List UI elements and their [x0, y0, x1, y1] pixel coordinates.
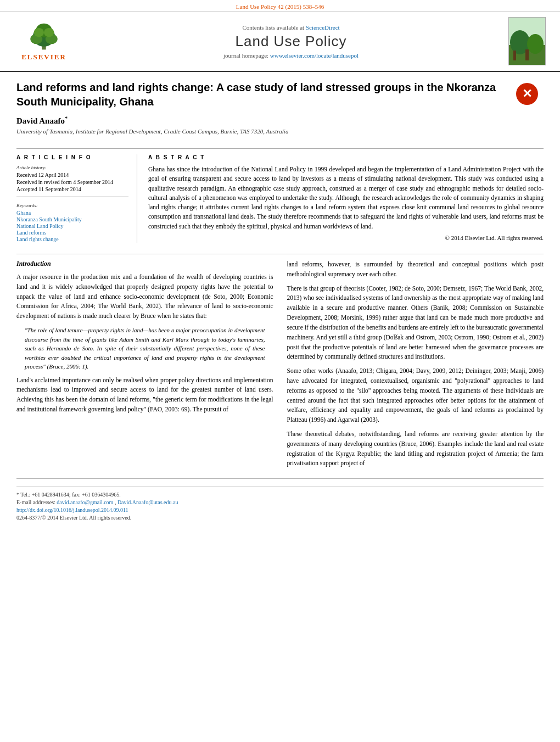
- author-affiliation: University of Tasmania, Institute for Re…: [16, 128, 508, 135]
- citation-text: Land Use Policy 42 (2015) 538–546: [236, 3, 324, 10]
- journal-header: ELSEVIER Contents lists available at Sci…: [0, 12, 560, 72]
- info-section: A R T I C L E I N F O Article history: R…: [16, 148, 544, 243]
- contents-line: Contents lists available at ScienceDirec…: [77, 24, 505, 31]
- right-para2: There is that group of theorists (Cooter…: [287, 284, 544, 362]
- keyword-nkoranza: Nkoranza South Municipality: [16, 216, 128, 222]
- elsevier-brand-text: ELSEVIER: [21, 53, 66, 62]
- journal-cover-image: Land Use Policy: [505, 17, 549, 65]
- article-title: Land reforms and land rights change: A c…: [16, 80, 508, 109]
- keywords-section: Keywords: Ghana Nkoranza South Municipal…: [16, 203, 128, 242]
- article-title-section: Land reforms and land rights change: A c…: [16, 80, 544, 143]
- keyword-national-land: National Land Policy: [16, 223, 128, 229]
- keywords-heading: Keywords:: [16, 203, 128, 208]
- article-title-text: Land reforms and land rights change: A c…: [16, 80, 508, 143]
- blockquote: "The role of land tenure—property rights…: [25, 326, 265, 371]
- intro-para1: A major resource in the production mix a…: [16, 272, 273, 321]
- right-para1: land reforms, however, is surrounded by …: [287, 260, 544, 280]
- homepage-link[interactable]: www.elsevier.com/locate/landusepol: [270, 52, 359, 59]
- abstract-section: A B S T R A C T Ghana has since the intr…: [148, 154, 544, 243]
- keyword-ghana: Ghana: [16, 210, 128, 216]
- svg-rect-12: [513, 51, 516, 60]
- received1: Received 12 April 2014: [16, 172, 128, 178]
- right-para3: Some other works (Anaafo, 2013; Chigara,…: [287, 366, 544, 425]
- journal-center-header: Contents lists available at ScienceDirec…: [77, 24, 505, 59]
- copyright: © 2014 Elsevier Ltd. All rights reserved…: [148, 235, 544, 241]
- article-info: A R T I C L E I N F O Article history: R…: [16, 154, 137, 243]
- crossmark[interactable]: ✕: [516, 83, 544, 105]
- article-info-heading: A R T I C L E I N F O: [16, 154, 128, 160]
- page-wrapper: Land Use Policy 42 (2015) 538–546 ELSEVI…: [0, 0, 560, 531]
- cover-image-svg: [509, 18, 546, 65]
- body-two-col: Introduction A major resource in the pro…: [16, 260, 544, 473]
- article-footer: * Tel.: +61 0428941634; fax: +61 0364304…: [16, 478, 544, 521]
- keyword-land-reforms: Land reforms: [16, 230, 128, 236]
- col-right: land reforms, however, is surrounded by …: [287, 260, 544, 473]
- footer-email-sep: ,: [115, 499, 116, 505]
- cover-box: Land Use Policy: [508, 17, 546, 65]
- received2: Received in revised form 4 September 201…: [16, 179, 128, 185]
- footer-issn: 0264-8377/© 2014 Elsevier Ltd. All right…: [16, 515, 544, 521]
- journal-homepage: journal homepage: www.elsevier.com/locat…: [77, 52, 505, 59]
- crossmark-icon: ✕: [516, 83, 538, 105]
- section-divider: [16, 254, 544, 254]
- contents-label: Contents lists available at: [242, 24, 304, 31]
- accepted: Accepted 11 September 2014: [16, 186, 128, 192]
- footer-email-label: E-mail addresses:: [16, 499, 55, 505]
- right-para4: These theoretical debates, notwithstandi…: [287, 429, 544, 468]
- svg-point-5: [34, 27, 44, 36]
- journal-title: Land Use Policy: [77, 33, 505, 50]
- svg-point-10: [527, 34, 544, 54]
- homepage-label: journal homepage:: [223, 52, 268, 59]
- footer-doi[interactable]: http://dx.doi.org/10.1016/j.landusepol.2…: [16, 507, 128, 513]
- svg-rect-11: [525, 49, 529, 60]
- journal-citation-bar: Land Use Policy 42 (2015) 538–546: [0, 0, 560, 12]
- footer-email-line: E-mail addresses: david.anaafo@gmail.com…: [16, 499, 544, 505]
- footer-email2[interactable]: David.Anaafo@utas.edu.au: [117, 499, 178, 505]
- sciencedirect-link[interactable]: ScienceDirect: [306, 24, 340, 31]
- keyword-land-rights: Land rights change: [16, 236, 128, 242]
- footer-tel: * Tel.: +61 0428941634; fax: +61 0364304…: [16, 492, 544, 498]
- svg-point-6: [44, 27, 54, 36]
- elsevier-tree-icon: [22, 21, 66, 52]
- footer-doi-line: http://dx.doi.org/10.1016/j.landusepol.2…: [16, 507, 544, 513]
- abstract-heading: A B S T R A C T: [148, 154, 544, 160]
- intro-para2: Land's acclaimed importance can only be …: [16, 376, 273, 415]
- author-name: David Anaafo*: [16, 115, 508, 126]
- article-history-label: Article history:: [16, 165, 128, 170]
- col-left: Introduction A major resource in the pro…: [16, 260, 273, 473]
- article-content: Land reforms and land rights change: A c…: [0, 72, 560, 531]
- author-sup: *: [65, 115, 68, 121]
- footer-email1[interactable]: david.anaafo@gmail.com: [57, 499, 113, 505]
- elsevier-logo: ELSEVIER: [11, 21, 77, 62]
- abstract-text: Ghana has since the introduction of the …: [148, 165, 544, 231]
- intro-heading: Introduction: [16, 260, 273, 268]
